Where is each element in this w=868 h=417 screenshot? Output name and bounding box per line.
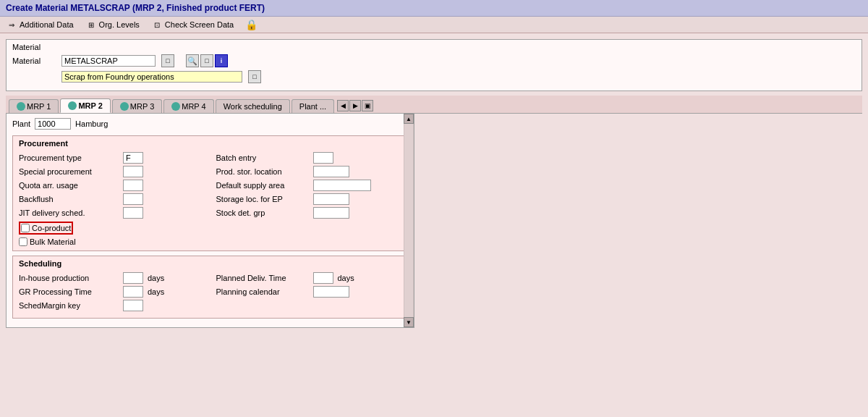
prod-stor-row: Prod. stor. location [216,166,402,177]
tab-mrp4-icon [171,102,180,111]
material-info-icon[interactable]: i [215,54,228,67]
procurement-left: Procurement type Special procurement Quo… [19,152,205,246]
backflush-input[interactable] [123,193,143,205]
toolbar-org-levels[interactable]: ⊞ Org. Levels [85,19,140,30]
scheduling-section: Scheduling In-house production days GR P… [12,256,408,319]
org-levels-label: Org. Levels [99,20,140,29]
sched-margin-input[interactable] [123,300,143,311]
bulk-material-row: Bulk Material [19,237,205,246]
tab-mrp4-label: MRP 4 [182,102,205,111]
gr-processing-unit: days [148,287,164,296]
tab-mrp2[interactable]: MRP 2 [60,98,110,113]
tab-prev-btn[interactable]: ◀ [337,100,349,111]
plant-label: Plant [12,119,30,128]
batch-entry-label: Batch entry [216,153,310,162]
plant-row: Plant Hamburg [12,118,408,130]
lock-icon: 🔒 [245,19,258,30]
material-description-input[interactable] [61,71,242,83]
tab-mrp1-label: MRP 1 [27,102,51,111]
tab-plant[interactable]: Plant ... [292,99,334,113]
prod-stor-label: Prod. stor. location [216,167,310,176]
special-procurement-row: Special procurement [19,166,205,177]
scroll-up-btn[interactable]: ▲ [404,114,414,124]
material-copy-icon[interactable]: □ [200,54,213,67]
tab-work-scheduling-label: Work scheduling [224,102,282,111]
quota-arr-label: Quota arr. usage [19,181,120,190]
procurement-section: Procurement Procurement type Special pro… [12,135,408,251]
prod-stor-input[interactable] [313,166,349,177]
sched-margin-label: SchedMargin key [19,301,120,310]
material-row: Material □ 🔍 □ i [12,54,856,67]
special-procurement-label: Special procurement [19,167,120,176]
co-product-checkbox[interactable] [21,224,30,232]
planned-deliv-input[interactable] [313,272,333,284]
vertical-scrollbar[interactable]: ▲ ▼ [404,114,414,327]
default-supply-input[interactable] [313,180,371,191]
default-supply-label: Default supply area [216,181,310,190]
material-input[interactable] [61,55,156,67]
toolbar: ⇒ Additional Data ⊞ Org. Levels ⊡ Check … [0,17,868,33]
special-procurement-input[interactable] [123,166,143,177]
toolbar-check-screen[interactable]: ⊡ Check Screen Data [151,19,234,30]
tab-mrp3-label: MRP 3 [130,102,154,111]
gr-processing-label: GR Processing Time [19,287,120,296]
toolbar-lock[interactable]: 🔒 [245,19,258,30]
plant-code-input[interactable] [35,118,71,130]
material-search-icon[interactable]: 🔍 [186,54,199,67]
batch-entry-row: Batch entry [216,152,402,164]
batch-entry-input[interactable] [313,152,333,164]
tab-mrp1-icon [17,102,25,111]
planning-calendar-input[interactable] [313,286,349,298]
scroll-down-btn[interactable]: ▼ [404,317,414,327]
tab-work-scheduling[interactable]: Work scheduling [216,99,290,113]
jit-input[interactable] [123,207,143,219]
scheduling-grid: In-house production days GR Processing T… [19,272,401,313]
stock-det-label: Stock det. grp [216,208,310,217]
scheduling-right: Planned Deliv. Time days Planning calend… [216,272,402,313]
planned-deliv-row: Planned Deliv. Time days [216,272,402,284]
procurement-grid: Procurement type Special procurement Quo… [19,152,401,246]
stock-det-input[interactable] [313,207,349,219]
material-desc-row: □ [12,70,856,83]
planning-calendar-label: Planning calendar [216,287,310,296]
storage-loc-row: Storage loc. for EP [216,193,402,205]
storage-loc-label: Storage loc. for EP [216,195,310,203]
material-detail-icon[interactable]: □ [161,54,174,67]
plant-name: Hamburg [75,119,108,128]
tab-mrp3[interactable]: MRP 3 [112,99,162,113]
storage-loc-input[interactable] [313,193,349,205]
planning-calendar-row: Planning calendar [216,286,402,298]
tab-menu-btn[interactable]: ▣ [362,100,373,111]
scheduling-title: Scheduling [19,259,401,268]
inhouse-prod-label: In-house production [19,274,120,282]
material-label: Material [12,56,56,65]
additional-data-label: Additional Data [20,20,74,29]
tab-mrp1[interactable]: MRP 1 [9,99,59,113]
inhouse-prod-input[interactable] [123,272,143,284]
tab-mrp2-icon [68,101,77,110]
tab-next-btn[interactable]: ▶ [349,100,361,111]
scroll-track [404,124,413,317]
planned-deliv-label: Planned Deliv. Time [216,274,310,282]
toolbar-additional-data[interactable]: ⇒ Additional Data [6,19,74,30]
procurement-title: Procurement [19,139,401,148]
material-desc-icon[interactable]: □ [248,70,261,83]
inhouse-prod-unit: days [148,274,164,282]
main-content: Material Material □ 🔍 □ i □ MRP 1 MRP 2 [0,33,868,334]
procurement-type-input[interactable] [123,152,143,164]
co-product-highlight: Co-product [19,222,73,235]
title-text: Create Material METALSCRAP (MRP 2, Finis… [6,3,265,13]
bulk-material-label: Bulk Material [30,237,76,246]
gr-processing-input[interactable] [123,286,143,298]
tab-mrp2-label: MRP 2 [78,101,102,110]
backflush-label: Backflush [19,195,120,203]
tab-mrp4[interactable]: MRP 4 [163,99,213,113]
sched-margin-row: SchedMargin key [19,300,205,311]
bulk-material-checkbox[interactable] [19,237,27,246]
jit-row: JIT delivery sched. [19,207,205,219]
stock-det-row: Stock det. grp [216,207,402,219]
quota-arr-input[interactable] [123,180,143,191]
inhouse-prod-row: In-house production days [19,272,205,284]
title-bar: Create Material METALSCRAP (MRP 2, Finis… [0,0,868,17]
tab-mrp3-icon [120,102,129,111]
